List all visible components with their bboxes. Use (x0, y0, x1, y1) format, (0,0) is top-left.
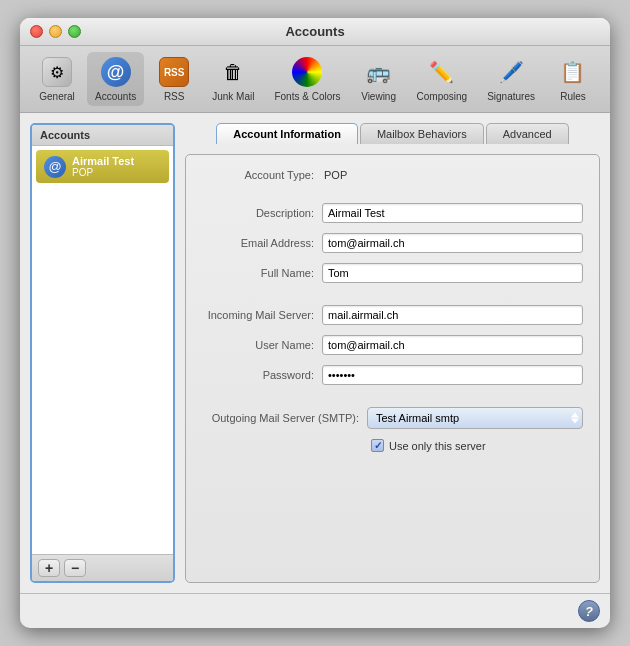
account-type-value: POP (322, 169, 347, 181)
toolbar-rules-label: Rules (560, 91, 586, 102)
username-row: User Name: (202, 335, 583, 355)
tab-advanced[interactable]: Advanced (486, 123, 569, 144)
outgoing-label: Outgoing Mail Server (SMTP): (202, 412, 367, 424)
window-controls (30, 25, 81, 38)
toolbar-accounts-label: Accounts (95, 91, 136, 102)
toolbar: ⚙ General @ Accounts RSS RSS 🗑 Junk Mail (20, 46, 610, 113)
description-label: Description: (202, 207, 322, 219)
account-type-label: Account Type: (202, 169, 322, 181)
email-input[interactable] (322, 233, 583, 253)
outgoing-row: Outgoing Mail Server (SMTP): Test Airmai… (202, 407, 583, 429)
incoming-row: Incoming Mail Server: (202, 305, 583, 325)
form-area: Account Type: POP Description: Email Add… (185, 154, 600, 583)
accounts-panel-header: Accounts (32, 125, 173, 146)
signatures-icon: 🖊️ (495, 56, 527, 88)
email-label: Email Address: (202, 237, 322, 249)
toolbar-rss[interactable]: RSS RSS (148, 52, 200, 106)
toolbar-fonts-colors[interactable]: Fonts & Colors (266, 52, 348, 106)
outgoing-select[interactable]: Test Airmail smtp (367, 407, 583, 429)
use-only-server-label: Use only this server (389, 440, 486, 452)
toolbar-composing[interactable]: ✏️ Composing (409, 52, 476, 106)
tab-account-information[interactable]: Account Information (216, 123, 358, 144)
avatar: @ (44, 156, 66, 178)
accounts-icon: @ (100, 56, 132, 88)
toolbar-viewing-label: Viewing (361, 91, 396, 102)
window-title: Accounts (285, 24, 344, 39)
maximize-button[interactable] (68, 25, 81, 38)
title-bar: Accounts (20, 18, 610, 46)
fullname-row: Full Name: (202, 263, 583, 283)
toolbar-fonts-label: Fonts & Colors (274, 91, 340, 102)
toolbar-signatures[interactable]: 🖊️ Signatures (479, 52, 543, 106)
help-button[interactable]: ? (578, 600, 600, 622)
fullname-label: Full Name: (202, 267, 322, 279)
add-account-button[interactable]: + (38, 559, 60, 577)
password-label: Password: (202, 369, 322, 381)
account-item[interactable]: @ Airmail Test POP (36, 150, 169, 183)
accounts-list: @ Airmail Test POP (32, 146, 173, 554)
main-window: Accounts ⚙ General @ Accounts RSS RSS 🗑 … (20, 18, 610, 628)
toolbar-signatures-label: Signatures (487, 91, 535, 102)
general-icon: ⚙ (41, 56, 73, 88)
use-only-server-checkbox[interactable] (371, 439, 384, 452)
minimize-button[interactable] (49, 25, 62, 38)
account-info: Airmail Test POP (72, 155, 134, 178)
fonts-colors-icon (291, 56, 323, 88)
username-label: User Name: (202, 339, 322, 351)
description-row: Description: (202, 203, 583, 223)
right-panel: Account Information Mailbox Behaviors Ad… (185, 123, 600, 583)
rules-icon: 📋 (557, 56, 589, 88)
account-name: Airmail Test (72, 155, 134, 167)
password-input[interactable] (322, 365, 583, 385)
account-type: POP (72, 167, 134, 178)
accounts-panel: Accounts @ Airmail Test POP + − (30, 123, 175, 583)
junk-mail-icon: 🗑 (217, 56, 249, 88)
accounts-bottom-bar: + − (32, 554, 173, 581)
toolbar-rss-label: RSS (164, 91, 185, 102)
use-only-server-row: Use only this server (371, 439, 486, 452)
toolbar-junk-mail[interactable]: 🗑 Junk Mail (204, 52, 262, 106)
fullname-input[interactable] (322, 263, 583, 283)
email-row: Email Address: (202, 233, 583, 253)
toolbar-general[interactable]: ⚙ General (31, 52, 83, 106)
toolbar-rules[interactable]: 📋 Rules (547, 52, 599, 106)
incoming-input[interactable] (322, 305, 583, 325)
toolbar-composing-label: Composing (417, 91, 468, 102)
account-type-row: Account Type: POP (202, 169, 583, 181)
content-area: Accounts @ Airmail Test POP + − Account … (20, 113, 610, 593)
toolbar-accounts[interactable]: @ Accounts (87, 52, 144, 106)
composing-icon: ✏️ (426, 56, 458, 88)
description-input[interactable] (322, 203, 583, 223)
incoming-label: Incoming Mail Server: (202, 309, 322, 321)
remove-account-button[interactable]: − (64, 559, 86, 577)
bottom-bar: ? (20, 593, 610, 628)
password-row: Password: (202, 365, 583, 385)
toolbar-viewing[interactable]: 🚌 Viewing (353, 52, 405, 106)
viewing-icon: 🚌 (363, 56, 395, 88)
toolbar-general-label: General (39, 91, 75, 102)
tab-mailbox-behaviors[interactable]: Mailbox Behaviors (360, 123, 484, 144)
checkbox-row: Use only this server (202, 439, 583, 452)
rss-icon: RSS (158, 56, 190, 88)
outgoing-select-wrap: Test Airmail smtp (367, 407, 583, 429)
toolbar-junk-label: Junk Mail (212, 91, 254, 102)
username-input[interactable] (322, 335, 583, 355)
close-button[interactable] (30, 25, 43, 38)
tab-bar: Account Information Mailbox Behaviors Ad… (185, 123, 600, 144)
